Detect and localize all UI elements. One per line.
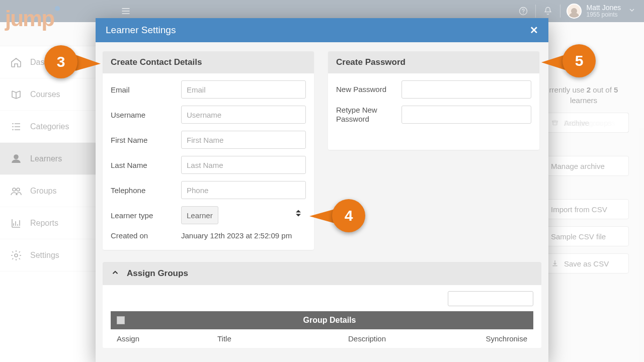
- select-all-checkbox[interactable]: [117, 316, 125, 324]
- col-description: Description: [348, 334, 472, 343]
- panel-heading: Create Contact Details: [103, 51, 314, 73]
- retype-password-label: Retype New Password: [336, 106, 401, 124]
- retype-password-input[interactable]: [401, 106, 531, 124]
- groups-search-input[interactable]: [448, 291, 533, 306]
- created-on-value: January 12th 2023 at 2:52:09 pm: [181, 231, 292, 240]
- callout-5: 5: [562, 44, 596, 77]
- panel-heading: Create Password: [328, 51, 539, 73]
- groups-table-columns: Assign Title Description Synchronise: [111, 329, 533, 348]
- close-icon[interactable]: ✕: [530, 24, 538, 36]
- telephone-input[interactable]: [181, 181, 306, 199]
- callout-tail: [75, 55, 101, 72]
- new-password-input[interactable]: [401, 80, 531, 99]
- email-input[interactable]: [181, 80, 306, 99]
- learner-type-select[interactable]: Learner: [181, 206, 218, 224]
- created-on-label: Created on: [111, 231, 181, 240]
- callout-tail: [309, 209, 335, 223]
- callout-4: 4: [332, 199, 365, 232]
- chevron-up-icon: [111, 268, 120, 279]
- learner-settings-modal: Learner Settings ✕ Create Contact Detail…: [96, 18, 548, 362]
- col-title: Title: [217, 334, 348, 343]
- callout-3: 3: [44, 45, 77, 78]
- table-title: Group Details: [132, 316, 527, 325]
- assign-groups-panel: Assign Groups Group Details Assign Title…: [103, 262, 541, 348]
- learner-type-label: Learner type: [111, 211, 181, 220]
- telephone-label: Telephone: [111, 186, 181, 195]
- assign-groups-toggle[interactable]: Assign Groups: [103, 262, 541, 285]
- lastname-input[interactable]: [181, 156, 306, 174]
- modal-header: Learner Settings ✕: [96, 18, 548, 42]
- col-assign: Assign: [117, 334, 217, 343]
- email-label: Email: [111, 85, 181, 94]
- username-input[interactable]: [181, 106, 306, 124]
- search-icon: [448, 291, 533, 306]
- modal-title: Learner Settings: [106, 25, 176, 36]
- col-synchronise: Synchronise: [472, 334, 527, 343]
- username-label: Username: [111, 111, 181, 119]
- groups-table-header: Group Details: [111, 311, 533, 329]
- contact-details-panel: Create Contact Details Email Username Fi…: [103, 51, 314, 250]
- firstname-label: First Name: [111, 136, 181, 144]
- panel-heading: Assign Groups: [127, 268, 188, 279]
- new-password-label: New Password: [336, 85, 401, 94]
- password-panel: Create Password New Password Retype New …: [328, 51, 539, 150]
- lastname-label: Last Name: [111, 161, 181, 169]
- firstname-input[interactable]: [181, 131, 306, 149]
